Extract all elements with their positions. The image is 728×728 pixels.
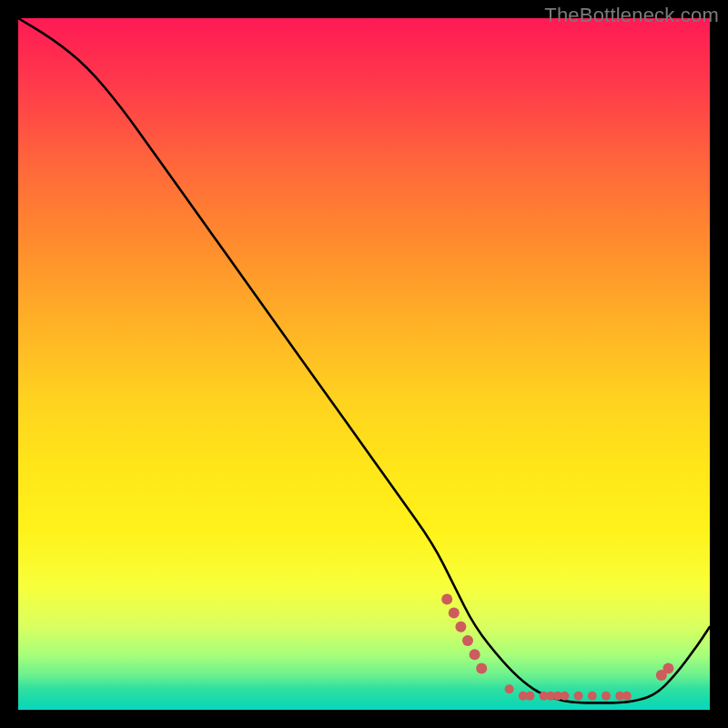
chart-marker	[505, 684, 514, 693]
chart-marker	[560, 692, 569, 701]
chart-marker	[525, 692, 534, 701]
chart-marker	[449, 608, 460, 619]
chart-marker	[470, 649, 480, 660]
chart-marker	[462, 635, 473, 646]
watermark-text: TheBottleneck.com	[544, 4, 719, 27]
chart-marker	[476, 662, 487, 673]
chart-marker	[602, 692, 611, 701]
chart-marker	[441, 593, 452, 604]
chart-marker	[662, 662, 673, 673]
chart-frame: TheBottleneck.com	[0, 0, 728, 728]
chart-plot-area	[18, 18, 710, 710]
chart-marker	[455, 622, 466, 632]
chart-marker	[574, 692, 583, 701]
chart-curve	[18, 18, 710, 703]
chart-markers	[441, 593, 673, 700]
chart-marker	[622, 692, 632, 701]
chart-marker	[588, 692, 597, 701]
chart-svg	[18, 18, 710, 710]
